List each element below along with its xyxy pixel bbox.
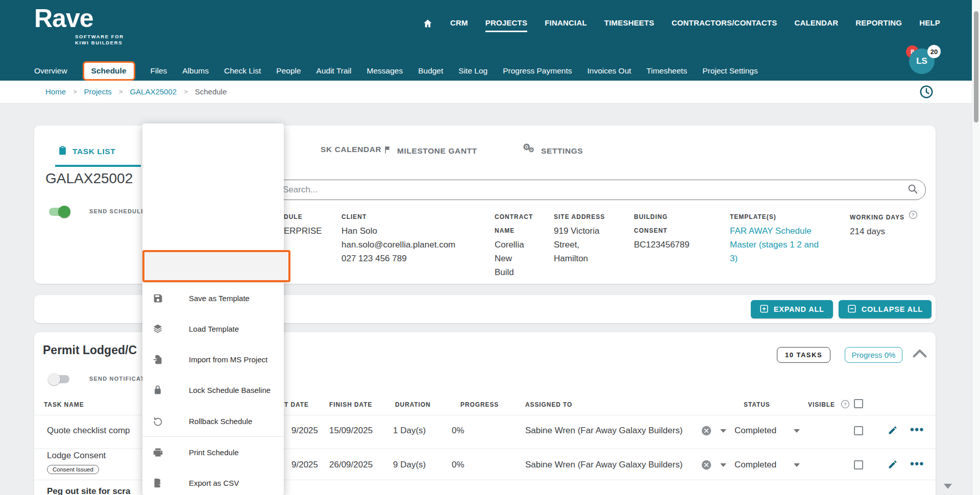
top-nav-timesheets[interactable]: TIMESHEETS <box>604 18 654 32</box>
top-nav-contractors-contacts[interactable]: CONTRACTORS/CONTACTS <box>672 18 777 32</box>
progress: 0% <box>452 460 464 470</box>
edit-task-icon[interactable] <box>888 425 898 437</box>
tab-task-calendar[interactable]: SK CALENDAR <box>321 145 381 154</box>
info-schedule-fragment: DULE ERPRISE <box>284 210 322 238</box>
assignee-dropdown-icon[interactable] <box>720 429 726 433</box>
scrollbar[interactable] <box>972 0 980 495</box>
breadcrumb-separator: > <box>184 88 188 95</box>
top-nav-help[interactable]: HELP <box>919 18 940 32</box>
menu-item-lock-schedule-baseline[interactable]: Lock Schedule Baseline <box>142 375 284 405</box>
task-name[interactable]: Quote checklist comp <box>47 426 130 436</box>
progress: 0% <box>452 426 464 436</box>
tab-settings[interactable]: ⚙ ⚙ SETTINGS <box>523 145 583 157</box>
top-nav-reporting[interactable]: REPORTING <box>855 18 902 32</box>
scroll-down-icon[interactable] <box>944 484 952 489</box>
top-nav-projects[interactable]: PROJECTS <box>485 18 527 32</box>
minus-box-icon <box>847 304 856 315</box>
top-nav-financial[interactable]: FINANCIAL <box>545 18 587 32</box>
info-site-address: SITE ADDRESS 919 Victoria Street, Hamilt… <box>554 210 605 265</box>
col-header-assigned-to: ASSIGNED TO <box>525 401 572 408</box>
template-link[interactable]: FAR AWAY Schedule <box>730 224 819 238</box>
brand-logo[interactable]: Rave SOFTWARE FORKIWI BUILDERS <box>34 4 93 33</box>
tab-task-list[interactable]: TASK LIST <box>58 145 115 158</box>
send-notifications-toggle[interactable] <box>49 375 69 383</box>
message-count-badge[interactable]: 20 <box>927 45 941 58</box>
info-building-consent: BUILDING CONSENT BC123456789 <box>634 210 690 252</box>
breadcrumb: Home > Projects > GALAX25002 > Schedule <box>45 87 227 96</box>
remove-assignee-icon[interactable] <box>701 459 712 473</box>
visible-all-checkbox[interactable] <box>854 399 863 408</box>
menu-item-export-csv[interactable]: Export as CSV <box>142 467 284 495</box>
menu-item-import-ms-project[interactable]: Import from MS Project <box>142 344 284 375</box>
row-menu-icon[interactable]: ••• <box>910 457 924 471</box>
status-dropdown-icon[interactable] <box>794 463 800 467</box>
collapse-all-button[interactable]: COLLAPSE ALL <box>839 300 932 318</box>
project-nav-albums[interactable]: Albums <box>182 66 209 76</box>
plus-box-icon <box>760 304 769 315</box>
edit-task-icon[interactable] <box>888 459 898 472</box>
expand-all-button[interactable]: EXPAND ALL <box>751 300 833 318</box>
export-file-icon <box>151 478 164 488</box>
tab-milestone-gantt[interactable]: MILESTONE GANTT <box>383 145 477 157</box>
project-nav-messages[interactable]: Messages <box>367 66 403 76</box>
status-value[interactable]: Completed <box>734 460 776 470</box>
collapse-section-icon[interactable] <box>912 348 927 361</box>
task-name[interactable]: Lodge Consent <box>47 451 106 461</box>
duration: 1 Day(s) <box>393 426 426 436</box>
status-value[interactable]: Completed <box>734 426 776 436</box>
project-nav-project-settings[interactable]: Project Settings <box>702 66 758 76</box>
menu-item-save-template[interactable]: Save as Template <box>142 283 284 313</box>
info-working-days: WORKING DAYS ? 214 days <box>850 210 918 238</box>
col-header-task-name: TASK NAME <box>44 401 84 408</box>
printer-icon <box>151 447 164 458</box>
template-link[interactable]: Master (stages 1 2 and <box>730 238 819 252</box>
project-nav-check-list[interactable]: Check List <box>224 66 261 76</box>
history-clock-icon[interactable] <box>919 84 934 102</box>
project-nav-invoices-out[interactable]: Invoices Out <box>587 66 631 76</box>
project-nav-audit-trail[interactable]: Audit Trail <box>316 66 352 76</box>
status-dropdown-icon[interactable] <box>794 429 800 433</box>
project-nav-progress-payments[interactable]: Progress Payments <box>503 66 572 76</box>
app-header: Rave SOFTWARE FORKIWI BUILDERS CRM PROJE… <box>0 0 980 81</box>
assignee-dropdown-icon[interactable] <box>720 463 726 467</box>
send-notifications-toggle-label: SEND NOTIFICATI <box>89 376 147 382</box>
menu-item-print-schedule[interactable]: Print Schedule <box>142 437 284 467</box>
col-header-status: STATUS <box>744 401 770 408</box>
visible-help-icon[interactable]: ? <box>841 400 850 411</box>
visible-checkbox[interactable] <box>854 426 863 435</box>
project-nav-budget[interactable]: Budget <box>418 66 443 76</box>
top-navigation: CRM PROJECTS FINANCIAL TIMESHEETS CONTRA… <box>423 18 940 32</box>
top-nav-calendar[interactable]: CALENDAR <box>794 18 838 32</box>
project-nav-site-log[interactable]: Site Log <box>458 66 487 76</box>
search-icon[interactable] <box>907 183 918 196</box>
breadcrumb-projects[interactable]: Projects <box>84 87 112 96</box>
visible-checkbox[interactable] <box>854 460 863 469</box>
scrollbar-thumb[interactable] <box>974 11 978 122</box>
gears-icon: ⚙ ⚙ <box>523 145 536 157</box>
help-icon[interactable]: ? <box>909 210 918 225</box>
remove-assignee-icon[interactable] <box>701 425 712 438</box>
project-nav-files[interactable]: Files <box>151 66 167 76</box>
menu-item-rollback-schedule[interactable]: Rollback Schedule <box>142 406 284 436</box>
breadcrumb-home[interactable]: Home <box>45 87 66 96</box>
task-name[interactable]: Peg out site for scra <box>47 486 130 495</box>
row-menu-icon[interactable]: ••• <box>910 423 924 436</box>
task-search <box>273 180 926 200</box>
search-input[interactable] <box>282 184 907 195</box>
project-nav-people[interactable]: People <box>276 66 301 76</box>
send-schedule-toggle[interactable] <box>49 208 69 216</box>
lock-icon <box>151 385 164 395</box>
menu-item-load-template[interactable]: Load Template <box>142 313 284 344</box>
breadcrumb-bar: Home > Projects > GALAX25002 > Schedule <box>0 81 980 104</box>
project-nav-schedule[interactable]: Schedule <box>83 61 135 81</box>
breadcrumb-project-code[interactable]: GALAX25002 <box>130 87 177 96</box>
project-nav-overview[interactable]: Overview <box>34 66 67 76</box>
template-link[interactable]: 3) <box>730 252 819 265</box>
top-nav-crm[interactable]: CRM <box>450 18 468 32</box>
task-group-title: Permit Lodged/C <box>43 343 137 357</box>
home-icon[interactable] <box>423 18 433 32</box>
col-header-duration: DURATION <box>395 401 431 408</box>
info-contract-name: CONTRACT NAME Corellia New Build <box>495 210 533 279</box>
client-label: CLIENT <box>341 210 455 224</box>
project-nav-timesheets[interactable]: Timesheets <box>647 66 688 76</box>
